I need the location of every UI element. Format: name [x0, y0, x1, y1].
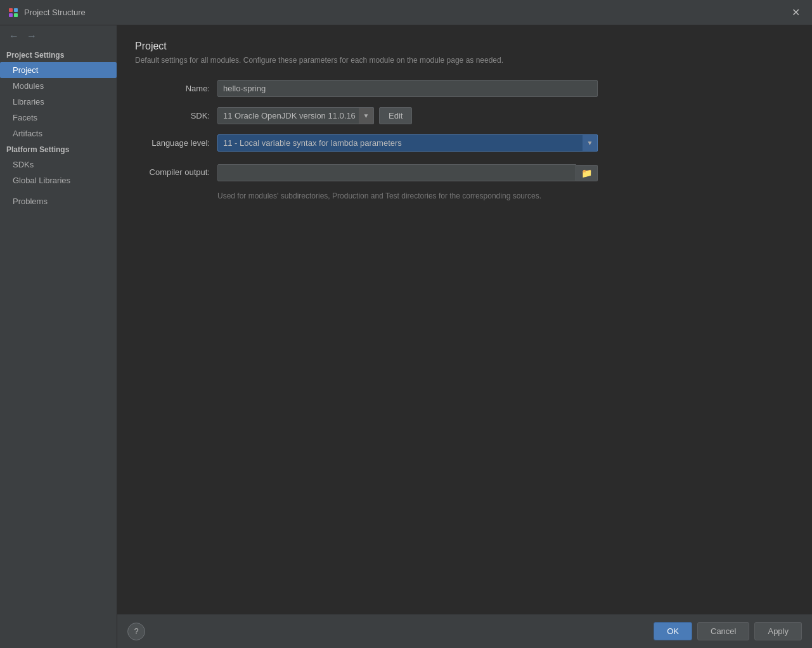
svg-rect-0	[9, 8, 13, 12]
name-row: Name:	[135, 80, 794, 97]
sidebar-item-artifacts[interactable]: Artifacts	[0, 126, 117, 141]
forward-arrow[interactable]: →	[24, 29, 39, 43]
name-input[interactable]	[217, 80, 598, 97]
svg-rect-2	[9, 13, 13, 17]
compiler-browse-button[interactable]: 📁	[576, 165, 598, 181]
sdk-controls: 11 Oracle OpenJDK version 11.0.16 ▼ Edit	[217, 107, 412, 124]
compiler-output-control: 📁	[217, 164, 598, 181]
sidebar-item-artifacts-label: Artifacts	[13, 129, 42, 138]
folder-icon: 📁	[581, 168, 592, 178]
nav-arrows: ← →	[0, 25, 117, 47]
sidebar-item-sdks-label: SDKs	[13, 160, 34, 169]
sidebar-item-project[interactable]: Project	[0, 62, 117, 78]
compiler-hint: Used for modules' subdirectories, Produc…	[217, 191, 598, 200]
language-level-control: 11 - Local variable syntax for lambda pa…	[217, 134, 598, 152]
sidebar-item-problems-label: Problems	[13, 197, 48, 206]
sdk-select-wrapper: 11 Oracle OpenJDK version 11.0.16 ▼	[217, 107, 374, 124]
sidebar-item-problems[interactable]: Problems	[0, 193, 117, 209]
project-settings-header: Project Settings	[0, 47, 117, 62]
apply-button[interactable]: Apply	[754, 622, 802, 640]
help-button[interactable]: ?	[127, 623, 145, 640]
sidebar-item-facets[interactable]: Facets	[0, 110, 117, 126]
sidebar-item-global-libraries[interactable]: Global Libraries	[0, 172, 117, 188]
sdk-select[interactable]: 11 Oracle OpenJDK version 11.0.16	[217, 107, 374, 124]
app-icon	[8, 7, 19, 18]
page-title: Project	[135, 41, 794, 52]
sidebar: ← → Project Settings Project Modules Lib…	[0, 25, 117, 648]
language-level-label: Language level:	[135, 138, 217, 148]
sidebar-item-libraries-label: Libraries	[13, 97, 44, 107]
cancel-button[interactable]: Cancel	[697, 622, 749, 640]
sidebar-item-facets-label: Facets	[13, 113, 37, 122]
sdk-label: SDK:	[135, 111, 217, 120]
compiler-row: 📁	[217, 164, 598, 181]
main-container: ← → Project Settings Project Modules Lib…	[0, 25, 812, 648]
svg-rect-1	[14, 8, 18, 12]
compiler-output-row: Compiler output: 📁	[135, 162, 794, 181]
sdk-row: SDK: 11 Oracle OpenJDK version 11.0.16 ▼…	[135, 107, 794, 124]
sidebar-item-project-label: Project	[13, 65, 38, 75]
ok-button[interactable]: OK	[654, 622, 692, 640]
language-level-row: Language level: 11 - Local variable synt…	[135, 134, 794, 152]
platform-settings-header: Platform Settings	[0, 141, 117, 157]
sidebar-item-modules[interactable]: Modules	[0, 78, 117, 94]
sidebar-item-global-libraries-label: Global Libraries	[13, 176, 70, 185]
window-title: Project Structure	[24, 8, 787, 17]
back-arrow[interactable]: ←	[6, 29, 22, 43]
content-body: Project Default settings for all modules…	[117, 25, 812, 614]
title-bar: Project Structure ✕	[0, 0, 812, 25]
sidebar-item-sdks[interactable]: SDKs	[0, 157, 117, 172]
content-area: Project Default settings for all modules…	[117, 25, 812, 648]
close-button[interactable]: ✕	[787, 4, 804, 22]
sdk-edit-button[interactable]: Edit	[379, 107, 412, 124]
compiler-output-input[interactable]	[217, 164, 576, 181]
svg-rect-3	[14, 13, 18, 17]
name-label: Name:	[135, 84, 217, 93]
sidebar-item-modules-label: Modules	[13, 81, 44, 91]
bottom-toolbar: ? OK Cancel Apply	[117, 614, 812, 648]
name-field-container	[217, 80, 598, 97]
language-level-select[interactable]: 11 - Local variable syntax for lambda pa…	[217, 134, 598, 152]
page-subtitle: Default settings for all modules. Config…	[135, 56, 794, 65]
lang-select-wrapper: 11 - Local variable syntax for lambda pa…	[217, 134, 598, 152]
sidebar-item-libraries[interactable]: Libraries	[0, 94, 117, 110]
compiler-output-label: Compiler output:	[135, 164, 217, 177]
